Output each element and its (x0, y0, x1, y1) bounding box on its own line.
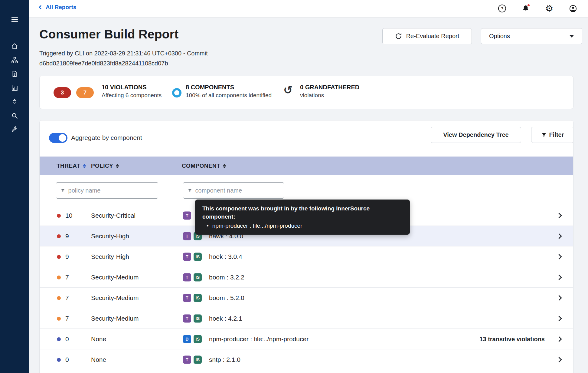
components-summary: 8 COMPONENTS 100% of all components iden… (186, 84, 272, 99)
chevron-right-icon[interactable] (556, 233, 562, 239)
sort-icon-component (223, 164, 226, 168)
notification-dot (527, 4, 530, 7)
policy-name: Security-Critical (91, 212, 136, 219)
table-row[interactable]: 7 Security-Medium TIS boom : 3.2.2 (40, 267, 573, 288)
gear-icon[interactable]: ⚙ (544, 4, 554, 13)
policy-filter-field[interactable] (56, 182, 158, 199)
history-icon: ↺ (283, 84, 292, 97)
flame-icon[interactable] (10, 97, 19, 106)
column-header-component[interactable]: COMPONENT (182, 157, 226, 175)
hierarchy-icon[interactable] (10, 55, 19, 64)
threat-score: 9 (65, 253, 69, 260)
policy-filter-input[interactable] (68, 187, 154, 194)
toggle-knob (59, 134, 66, 142)
table-row[interactable]: 0 None DIS npm-producer : file:../npm-pr… (40, 329, 573, 349)
grandfathered-summary: 0 GRANDFATHERED violations (300, 84, 359, 99)
sort-icon-threat (83, 164, 86, 168)
chevron-right-icon[interactable] (556, 315, 562, 321)
threat-dot (57, 296, 61, 300)
refresh-icon (395, 33, 402, 40)
severe-count-pill: 7 (76, 87, 94, 98)
components-title: 8 COMPONENTS (186, 84, 272, 91)
page-title: Consumer Build Report (39, 27, 178, 41)
chart-icon[interactable] (10, 83, 19, 92)
back-link[interactable]: All Reports (39, 4, 76, 11)
innersource-tooltip: This component was brought in by the fol… (195, 200, 410, 235)
re-evaluate-label: Re-Evaluate Report (406, 33, 459, 40)
view-dependency-tree-button[interactable]: View Dependency Tree (431, 127, 521, 143)
table-row[interactable]: 7 Security-Medium TIS hoek : 4.2.1 (40, 308, 573, 329)
policy-name: None (91, 356, 106, 363)
chevron-right-icon[interactable] (556, 336, 562, 342)
topbar: All Reports ? ⚙ (29, 0, 588, 17)
threat-score: 7 (65, 315, 69, 322)
component-badge: T (183, 253, 191, 261)
sidebar (0, 0, 29, 373)
sidebar-nav (10, 41, 19, 134)
threat-score: 7 (65, 294, 69, 302)
report-subtitle: Triggered by CLI on 2022-03-29 21:31:46 … (39, 48, 233, 68)
violations-summary-card: 3 7 10 VIOLATIONS Affecting 6 components… (39, 76, 573, 109)
threat-dot (57, 337, 61, 341)
chevron-right-icon[interactable] (556, 254, 562, 259)
component-badge: T (183, 314, 191, 322)
filter-label: Filter (549, 131, 564, 138)
home-icon[interactable] (10, 41, 19, 51)
aggregate-toggle-label: Aggregate by component (71, 134, 142, 141)
component-name: sntp : 2.1.0 (209, 356, 240, 363)
funnel-icon (188, 188, 192, 193)
reports-icon[interactable] (10, 69, 19, 78)
filter-button[interactable]: Filter (531, 127, 573, 143)
component-name: hoek : 3.0.4 (209, 253, 242, 260)
options-label: Options (489, 33, 510, 40)
column-header-threat[interactable]: THREAT (57, 157, 86, 175)
chevron-right-icon[interactable] (556, 274, 562, 280)
threat-dot (57, 358, 61, 362)
components-donut-icon (172, 88, 181, 97)
policy-name: Security-Medium (91, 294, 139, 302)
caret-down-icon (569, 35, 574, 38)
re-evaluate-report-button[interactable]: Re-Evaluate Report (382, 28, 472, 44)
violations-subtitle: Affecting 6 components (102, 92, 162, 99)
tooltip-text: This component was brought in by the fol… (202, 204, 403, 221)
funnel-icon (541, 132, 547, 138)
funnel-icon (60, 188, 65, 193)
wrench-icon[interactable] (10, 125, 19, 134)
threat-score: 10 (65, 212, 72, 219)
column-header-policy[interactable]: POLICY (91, 157, 119, 175)
component-filter-field[interactable] (183, 182, 284, 199)
threat-dot (57, 214, 61, 218)
aggregate-toggle[interactable] (49, 133, 67, 143)
violations-title: 10 VIOLATIONS (102, 84, 162, 91)
bell-icon[interactable] (521, 4, 531, 13)
options-button[interactable]: Options (481, 28, 582, 44)
component-badge: IS (194, 253, 202, 261)
table-row[interactable]: 0 None TIS sntp : 2.1.0 (40, 349, 573, 370)
component-name: boom : 3.2.2 (209, 274, 244, 281)
component-name: npm-producer : file:../npm-producer (209, 335, 309, 343)
threat-score: 7 (65, 274, 69, 281)
table-row[interactable]: 7 Security-Medium TIS boom : 5.2.0 (40, 288, 573, 308)
component-name: boom : 5.2.0 (209, 294, 244, 302)
component-badge: T (183, 232, 191, 240)
violations-summary: 10 VIOLATIONS Affecting 6 components (102, 84, 162, 99)
chevron-right-icon[interactable] (556, 357, 562, 362)
critical-count-pill: 3 (54, 87, 71, 98)
hamburger-menu-icon[interactable] (10, 15, 19, 24)
help-icon[interactable]: ? (497, 4, 507, 13)
component-name: hoek : 4.2.1 (209, 315, 242, 322)
threat-score: 0 (65, 335, 69, 343)
user-icon[interactable] (568, 4, 578, 13)
component-badge: T (183, 273, 191, 281)
component-filter-input[interactable] (195, 187, 279, 194)
main-content: All Reports ? ⚙ Consumer Build Report Tr… (29, 0, 588, 373)
policy-name: None (91, 335, 106, 343)
component-badge: IS (194, 335, 202, 343)
table-row[interactable]: 9 Security-High TIS hoek : 3.0.4 (40, 246, 573, 267)
component-badge: T (183, 294, 191, 302)
chevron-right-icon[interactable] (556, 213, 562, 218)
grandfathered-subtitle: violations (300, 92, 359, 99)
search-icon[interactable] (10, 111, 19, 120)
chevron-right-icon[interactable] (556, 295, 562, 300)
view-dependency-tree-label: View Dependency Tree (443, 131, 508, 138)
